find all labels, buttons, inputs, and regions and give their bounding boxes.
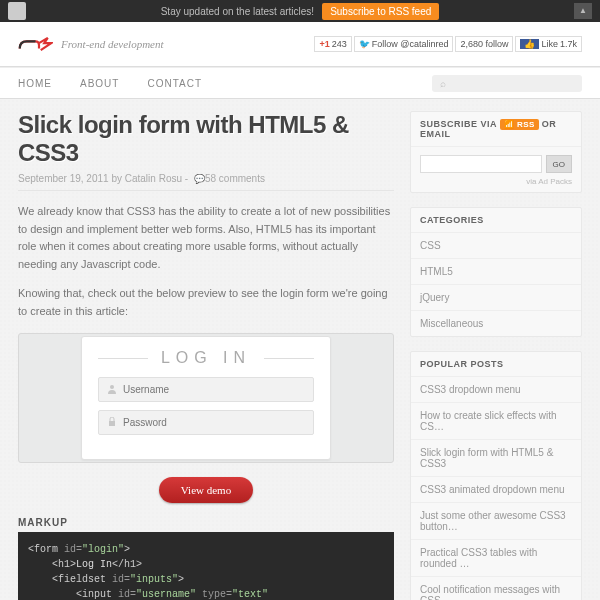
site-header: Front-end development +1243 🐦Follow @cat…	[0, 22, 600, 67]
topbar-text: Stay updated on the latest articles!	[161, 6, 314, 17]
popular-item[interactable]: Cool notification messages with CSS…	[411, 576, 581, 600]
nav-home[interactable]: HOME	[18, 78, 52, 89]
comments-link[interactable]: 58 comments	[205, 173, 265, 184]
category-item[interactable]: jQuery	[411, 284, 581, 310]
popular-item[interactable]: CSS3 dropdown menu	[411, 377, 581, 402]
popular-heading: POPULAR POSTS	[411, 352, 581, 377]
article-title: Slick login form with HTML5 & CSS3	[18, 111, 394, 167]
nav-contact[interactable]: CONTACT	[147, 78, 202, 89]
popular-item[interactable]: CSS3 animated dropdown menu	[411, 476, 581, 502]
form-preview: LOG IN Username Password	[18, 333, 394, 463]
popular-item[interactable]: Just some other awesome CSS3 button…	[411, 502, 581, 539]
go-button[interactable]: GO	[546, 155, 572, 173]
username-input[interactable]: Username	[98, 377, 314, 402]
collapse-icon[interactable]: ▲	[574, 3, 592, 19]
facebook-like-button[interactable]: 👍Like1.7k	[515, 36, 582, 52]
subscribe-rss-button[interactable]: Subscribe to RSS feed	[322, 3, 439, 20]
sidebar: SUBSCRIBE VIA 📶 RSS OR EMAIL GO via Ad P…	[410, 111, 582, 600]
site-tagline: Front-end development	[61, 38, 164, 50]
user-icon	[107, 384, 117, 394]
search-icon: ⌕	[440, 78, 446, 89]
rss-badge[interactable]: 📶 RSS	[500, 119, 539, 130]
categories-heading: CATEGORIES	[411, 208, 581, 233]
ad-link[interactable]: via Ad Packs	[411, 177, 581, 192]
subscribe-heading: SUBSCRIBE VIA 📶 RSS OR EMAIL	[411, 112, 581, 147]
popular-item[interactable]: Practical CSS3 tables with rounded …	[411, 539, 581, 576]
twitter-count: 2,680 follow	[455, 36, 513, 52]
subscribe-widget: SUBSCRIBE VIA 📶 RSS OR EMAIL GO via Ad P…	[410, 111, 582, 193]
popular-item[interactable]: Slick login form with HTML5 & CSS3	[411, 439, 581, 476]
lock-icon	[107, 417, 117, 427]
code-block: <form id="login"> <h1>Log In</h1> <field…	[18, 532, 394, 600]
email-input[interactable]	[420, 155, 542, 173]
popular-widget: POPULAR POSTS CSS3 dropdown menu How to …	[410, 351, 582, 600]
author-link[interactable]: Catalin Rosu	[125, 173, 182, 184]
categories-widget: CATEGORIES CSS HTML5 jQuery Miscellaneou…	[410, 207, 582, 337]
site-logo[interactable]	[18, 36, 53, 52]
form-heading: LOG IN	[98, 349, 314, 367]
nav-about[interactable]: ABOUT	[80, 78, 119, 89]
markup-heading: MARKUP	[18, 517, 394, 528]
paragraph-1: We already know that CSS3 has the abilit…	[18, 203, 394, 273]
comment-icon: 💬	[194, 174, 205, 184]
paragraph-2: Knowing that, check out the below previe…	[18, 285, 394, 320]
search-input[interactable]: ⌕	[432, 75, 582, 92]
svg-point-0	[110, 385, 114, 389]
password-input[interactable]: Password	[98, 410, 314, 435]
view-demo-button[interactable]: View demo	[159, 477, 253, 503]
social-buttons: +1243 🐦Follow @catalinred 2,680 follow 👍…	[314, 36, 582, 52]
main-content: Slick login form with HTML5 & CSS3 Septe…	[18, 111, 394, 600]
login-form: LOG IN Username Password	[81, 336, 331, 460]
category-item[interactable]: HTML5	[411, 258, 581, 284]
top-notification-bar: Stay updated on the latest articles! Sub…	[0, 0, 600, 22]
main-nav: HOME ABOUT CONTACT ⌕	[0, 67, 600, 99]
popular-item[interactable]: How to create slick effects with CS…	[411, 402, 581, 439]
category-item[interactable]: Miscellaneous	[411, 310, 581, 336]
expand-icon[interactable]	[8, 2, 26, 20]
svg-rect-1	[109, 421, 115, 426]
twitter-follow-button[interactable]: 🐦Follow @catalinred	[354, 36, 454, 52]
article-meta: September 19, 2011 by Catalin Rosu - 💬58…	[18, 173, 394, 191]
google-plus-button[interactable]: +1243	[314, 36, 351, 52]
category-item[interactable]: CSS	[411, 233, 581, 258]
